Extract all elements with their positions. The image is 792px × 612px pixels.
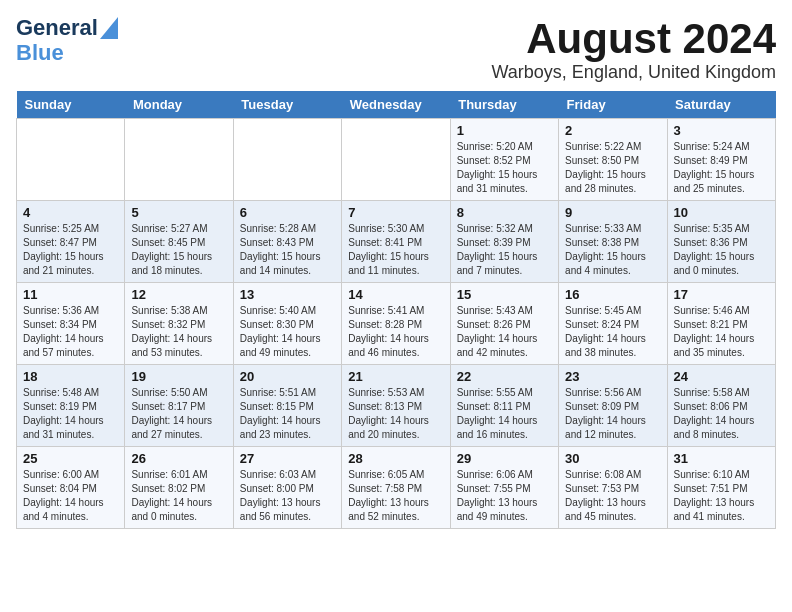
day-info: Sunrise: 5:43 AMSunset: 8:26 PMDaylight:… — [457, 305, 538, 358]
day-info: Sunrise: 6:01 AMSunset: 8:02 PMDaylight:… — [131, 469, 212, 522]
day-info: Sunrise: 5:50 AMSunset: 8:17 PMDaylight:… — [131, 387, 212, 440]
day-number: 18 — [23, 369, 118, 384]
day-number: 12 — [131, 287, 226, 302]
day-number: 11 — [23, 287, 118, 302]
week-row-2: 4 Sunrise: 5:25 AMSunset: 8:47 PMDayligh… — [17, 201, 776, 283]
day-info: Sunrise: 5:22 AMSunset: 8:50 PMDaylight:… — [565, 141, 646, 194]
calendar-cell-2-2: 5 Sunrise: 5:27 AMSunset: 8:45 PMDayligh… — [125, 201, 233, 283]
weekday-header-row: SundayMondayTuesdayWednesdayThursdayFrid… — [17, 91, 776, 119]
day-number: 31 — [674, 451, 769, 466]
weekday-header-sunday: Sunday — [17, 91, 125, 119]
day-number: 23 — [565, 369, 660, 384]
day-number: 19 — [131, 369, 226, 384]
day-info: Sunrise: 5:40 AMSunset: 8:30 PMDaylight:… — [240, 305, 321, 358]
calendar-cell-4-6: 23 Sunrise: 5:56 AMSunset: 8:09 PMDaylig… — [559, 365, 667, 447]
day-number: 21 — [348, 369, 443, 384]
day-number: 8 — [457, 205, 552, 220]
day-number: 13 — [240, 287, 335, 302]
day-number: 22 — [457, 369, 552, 384]
day-info: Sunrise: 5:51 AMSunset: 8:15 PMDaylight:… — [240, 387, 321, 440]
calendar-body: 1 Sunrise: 5:20 AMSunset: 8:52 PMDayligh… — [17, 119, 776, 529]
week-row-4: 18 Sunrise: 5:48 AMSunset: 8:19 PMDaylig… — [17, 365, 776, 447]
calendar-table: SundayMondayTuesdayWednesdayThursdayFrid… — [16, 91, 776, 529]
day-info: Sunrise: 5:53 AMSunset: 8:13 PMDaylight:… — [348, 387, 429, 440]
calendar-cell-2-7: 10 Sunrise: 5:35 AMSunset: 8:36 PMDaylig… — [667, 201, 775, 283]
day-number: 16 — [565, 287, 660, 302]
calendar-cell-1-3 — [233, 119, 341, 201]
calendar-cell-5-2: 26 Sunrise: 6:01 AMSunset: 8:02 PMDaylig… — [125, 447, 233, 529]
day-number: 2 — [565, 123, 660, 138]
calendar-cell-3-3: 13 Sunrise: 5:40 AMSunset: 8:30 PMDaylig… — [233, 283, 341, 365]
calendar-cell-2-4: 7 Sunrise: 5:30 AMSunset: 8:41 PMDayligh… — [342, 201, 450, 283]
day-number: 4 — [23, 205, 118, 220]
location: Warboys, England, United Kingdom — [492, 62, 776, 83]
weekday-header-friday: Friday — [559, 91, 667, 119]
day-info: Sunrise: 6:06 AMSunset: 7:55 PMDaylight:… — [457, 469, 538, 522]
calendar-cell-3-6: 16 Sunrise: 5:45 AMSunset: 8:24 PMDaylig… — [559, 283, 667, 365]
day-info: Sunrise: 5:56 AMSunset: 8:09 PMDaylight:… — [565, 387, 646, 440]
day-number: 24 — [674, 369, 769, 384]
day-number: 10 — [674, 205, 769, 220]
week-row-1: 1 Sunrise: 5:20 AMSunset: 8:52 PMDayligh… — [17, 119, 776, 201]
day-info: Sunrise: 6:10 AMSunset: 7:51 PMDaylight:… — [674, 469, 755, 522]
calendar-cell-1-6: 2 Sunrise: 5:22 AMSunset: 8:50 PMDayligh… — [559, 119, 667, 201]
weekday-header-wednesday: Wednesday — [342, 91, 450, 119]
day-info: Sunrise: 5:24 AMSunset: 8:49 PMDaylight:… — [674, 141, 755, 194]
day-info: Sunrise: 5:45 AMSunset: 8:24 PMDaylight:… — [565, 305, 646, 358]
calendar-cell-5-4: 28 Sunrise: 6:05 AMSunset: 7:58 PMDaylig… — [342, 447, 450, 529]
day-number: 27 — [240, 451, 335, 466]
logo: General Blue — [16, 16, 118, 66]
day-info: Sunrise: 5:48 AMSunset: 8:19 PMDaylight:… — [23, 387, 104, 440]
day-info: Sunrise: 5:35 AMSunset: 8:36 PMDaylight:… — [674, 223, 755, 276]
calendar-cell-4-3: 20 Sunrise: 5:51 AMSunset: 8:15 PMDaylig… — [233, 365, 341, 447]
calendar-cell-2-3: 6 Sunrise: 5:28 AMSunset: 8:43 PMDayligh… — [233, 201, 341, 283]
calendar-cell-5-6: 30 Sunrise: 6:08 AMSunset: 7:53 PMDaylig… — [559, 447, 667, 529]
day-info: Sunrise: 5:46 AMSunset: 8:21 PMDaylight:… — [674, 305, 755, 358]
week-row-3: 11 Sunrise: 5:36 AMSunset: 8:34 PMDaylig… — [17, 283, 776, 365]
day-number: 29 — [457, 451, 552, 466]
weekday-header-tuesday: Tuesday — [233, 91, 341, 119]
day-info: Sunrise: 5:25 AMSunset: 8:47 PMDaylight:… — [23, 223, 104, 276]
logo-triangle-icon — [100, 17, 118, 39]
day-number: 14 — [348, 287, 443, 302]
week-row-5: 25 Sunrise: 6:00 AMSunset: 8:04 PMDaylig… — [17, 447, 776, 529]
calendar-cell-1-1 — [17, 119, 125, 201]
calendar-cell-5-3: 27 Sunrise: 6:03 AMSunset: 8:00 PMDaylig… — [233, 447, 341, 529]
calendar-cell-3-2: 12 Sunrise: 5:38 AMSunset: 8:32 PMDaylig… — [125, 283, 233, 365]
day-info: Sunrise: 5:33 AMSunset: 8:38 PMDaylight:… — [565, 223, 646, 276]
day-info: Sunrise: 5:20 AMSunset: 8:52 PMDaylight:… — [457, 141, 538, 194]
day-number: 6 — [240, 205, 335, 220]
day-number: 9 — [565, 205, 660, 220]
weekday-header-thursday: Thursday — [450, 91, 558, 119]
logo-general: General — [16, 16, 98, 40]
month-year: August 2024 — [492, 16, 776, 62]
calendar-cell-4-7: 24 Sunrise: 5:58 AMSunset: 8:06 PMDaylig… — [667, 365, 775, 447]
day-number: 3 — [674, 123, 769, 138]
calendar-cell-3-1: 11 Sunrise: 5:36 AMSunset: 8:34 PMDaylig… — [17, 283, 125, 365]
day-number: 7 — [348, 205, 443, 220]
calendar-cell-4-5: 22 Sunrise: 5:55 AMSunset: 8:11 PMDaylig… — [450, 365, 558, 447]
day-info: Sunrise: 5:30 AMSunset: 8:41 PMDaylight:… — [348, 223, 429, 276]
day-number: 30 — [565, 451, 660, 466]
weekday-header-saturday: Saturday — [667, 91, 775, 119]
page-header: General Blue August 2024 Warboys, Englan… — [16, 16, 776, 83]
calendar-cell-3-7: 17 Sunrise: 5:46 AMSunset: 8:21 PMDaylig… — [667, 283, 775, 365]
calendar-cell-3-5: 15 Sunrise: 5:43 AMSunset: 8:26 PMDaylig… — [450, 283, 558, 365]
calendar-cell-1-7: 3 Sunrise: 5:24 AMSunset: 8:49 PMDayligh… — [667, 119, 775, 201]
day-number: 20 — [240, 369, 335, 384]
calendar-cell-1-2 — [125, 119, 233, 201]
day-info: Sunrise: 5:41 AMSunset: 8:28 PMDaylight:… — [348, 305, 429, 358]
calendar-cell-2-5: 8 Sunrise: 5:32 AMSunset: 8:39 PMDayligh… — [450, 201, 558, 283]
day-info: Sunrise: 5:58 AMSunset: 8:06 PMDaylight:… — [674, 387, 755, 440]
calendar-cell-4-1: 18 Sunrise: 5:48 AMSunset: 8:19 PMDaylig… — [17, 365, 125, 447]
weekday-header-monday: Monday — [125, 91, 233, 119]
day-number: 26 — [131, 451, 226, 466]
calendar-cell-3-4: 14 Sunrise: 5:41 AMSunset: 8:28 PMDaylig… — [342, 283, 450, 365]
day-number: 15 — [457, 287, 552, 302]
calendar-cell-2-1: 4 Sunrise: 5:25 AMSunset: 8:47 PMDayligh… — [17, 201, 125, 283]
day-info: Sunrise: 6:08 AMSunset: 7:53 PMDaylight:… — [565, 469, 646, 522]
day-info: Sunrise: 5:27 AMSunset: 8:45 PMDaylight:… — [131, 223, 212, 276]
calendar-cell-5-7: 31 Sunrise: 6:10 AMSunset: 7:51 PMDaylig… — [667, 447, 775, 529]
day-number: 5 — [131, 205, 226, 220]
calendar-cell-2-6: 9 Sunrise: 5:33 AMSunset: 8:38 PMDayligh… — [559, 201, 667, 283]
